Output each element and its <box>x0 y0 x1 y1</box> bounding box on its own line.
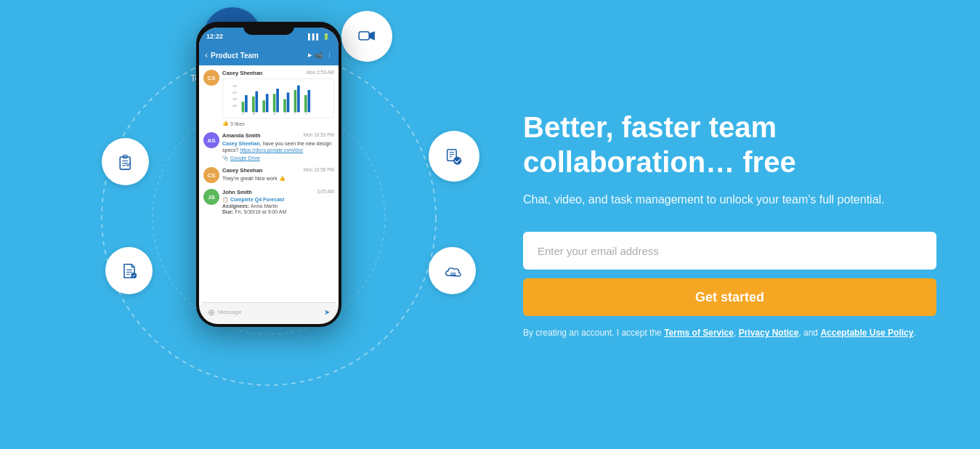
msg-text-3: They're great! Nice work 👍 <box>222 175 334 182</box>
msg-header-3: Casey Sheehan Mon 10:56 PM <box>222 167 334 174</box>
mention-casey: Casey Sheehan <box>222 141 260 146</box>
avatar-casey: CS <box>203 70 219 86</box>
video-icon <box>357 26 377 46</box>
svg-rect-36 <box>276 89 279 112</box>
feature-circle-video <box>341 11 392 62</box>
svg-text:W: W <box>274 113 277 115</box>
phone-chat-header: ‹ Product Team ▶ 📹 ⋮ <box>199 45 339 65</box>
msg-sender-1: Casey Sheehan <box>222 70 262 76</box>
svg-text:700: 700 <box>232 85 237 88</box>
terms-link[interactable]: Terms of Service <box>664 328 734 338</box>
legal-sep1: , <box>734 328 739 338</box>
message-bubble-1: Casey Sheehan Mon 2:59 AM 700 600 500 40… <box>222 70 334 126</box>
svg-text:M: M <box>253 113 255 115</box>
clipboard-icon <box>116 152 136 172</box>
svg-rect-31 <box>252 97 255 113</box>
doc-icon <box>119 261 139 281</box>
msg-text-2: Casey Sheehan, have you seen the new des… <box>222 140 334 153</box>
svg-text:T: T <box>284 113 286 115</box>
msg-time-3: Mon 10:56 PM <box>304 167 334 174</box>
svg-rect-35 <box>273 94 276 112</box>
feature-circle-clipboard <box>102 138 149 185</box>
svg-rect-30 <box>245 95 248 112</box>
msg-time-2: Mon 10:53 PM <box>304 132 334 139</box>
doc-link: https://docs.google.com/doc <box>240 147 303 153</box>
phone-chat-area: CS Casey Sheehan Mon 2:59 AM 700 600 500 <box>199 65 339 305</box>
svg-text:F: F <box>295 113 297 115</box>
svg-text:500: 500 <box>232 98 237 101</box>
task-icon: 📋 <box>222 197 229 202</box>
svg-rect-41 <box>304 95 307 112</box>
feature-circle-tasks <box>429 131 479 182</box>
legal-text: By creating an account, I accept the Ter… <box>523 326 936 339</box>
svg-rect-7 <box>359 32 369 40</box>
phone-mockup: 12:22 ▌▌▌ 🔋 ‹ Product Team ▶ 📹 ⋮ <box>196 22 341 327</box>
likes-row: 👍 3 likes <box>222 121 334 126</box>
get-started-button[interactable]: Get started <box>523 278 936 316</box>
avatar-casey-2: CS <box>203 167 219 183</box>
message-bubble-4: John Smith 3:05 AM 📋 Complete Q4 Forecas… <box>222 189 334 214</box>
more-icon: ⋮ <box>326 52 333 59</box>
phone-notch <box>243 22 294 35</box>
subheadline: Chat, video, and task management to unlo… <box>523 191 936 209</box>
svg-text:T: T <box>263 113 265 115</box>
msg-header-2: Amanda Smith Mon 10:53 PM <box>222 132 334 139</box>
task-due: Due: Fri, 9/30/18 at 9:00 AM <box>222 209 334 214</box>
bar-chart: 700 600 500 400 <box>226 82 331 115</box>
chart-message: 700 600 500 400 <box>222 78 334 118</box>
svg-point-24 <box>131 272 137 278</box>
svg-text:S: S <box>243 113 245 115</box>
phone-header-icons: 📹 ⋮ <box>315 52 333 59</box>
left-section: Team chat <box>0 0 479 449</box>
chat-message-1: CS Casey Sheehan Mon 2:59 AM 700 600 500 <box>203 70 334 126</box>
msg-sender-2: Amanda Smith <box>222 132 261 139</box>
avatar-john: JS <box>203 189 219 205</box>
right-section: Better, faster team collaboration… free … <box>479 81 980 368</box>
email-input[interactable] <box>523 232 936 270</box>
msg-header-1: Casey Sheehan Mon 2:59 AM <box>222 70 334 76</box>
svg-rect-33 <box>262 100 265 112</box>
msg-sender-4: John Smith <box>222 189 252 195</box>
svg-text:600: 600 <box>232 92 237 94</box>
video-call-icon: 📹 <box>315 52 323 59</box>
svg-rect-29 <box>242 102 245 112</box>
svg-rect-34 <box>266 94 269 112</box>
send-icon: ➤ <box>324 308 330 316</box>
task-link: Complete Q4 Forecast <box>230 197 284 202</box>
avatar-amanda: AS <box>203 132 219 148</box>
svg-point-10 <box>453 157 461 165</box>
aup-link[interactable]: Acceptable Use Policy <box>820 328 913 338</box>
back-arrow-icon: ‹ <box>205 50 208 60</box>
msg-sender-3: Casey Sheehan <box>222 167 262 174</box>
phone-status-icons: ▌▌▌ 🔋 <box>308 33 330 40</box>
privacy-link[interactable]: Privacy Notice <box>739 328 799 338</box>
svg-rect-32 <box>256 92 259 113</box>
task-message: 📋 Complete Q4 Forecast <box>222 197 334 203</box>
feature-circle-notes <box>429 247 476 294</box>
headline: Better, faster team collaboration… free <box>523 110 936 179</box>
message-bubble-2: Amanda Smith Mon 10:53 PM Casey Sheehan,… <box>222 132 334 161</box>
svg-text:S: S <box>305 113 307 115</box>
msg-time-1: Mon 2:59 AM <box>307 70 334 76</box>
notes-icon <box>442 261 463 281</box>
svg-rect-38 <box>287 92 290 112</box>
svg-marker-8 <box>369 31 375 40</box>
message-input-placeholder: Message <box>218 309 321 315</box>
battery-icon: 🔋 <box>323 33 330 40</box>
chat-name: Product Team <box>211 52 305 60</box>
signal-icon: ▌▌▌ <box>308 33 320 40</box>
phone-screen: 12:22 ▌▌▌ 🔋 ‹ Product Team ▶ 📹 ⋮ <box>199 28 339 324</box>
paperclip-icon: 📎 <box>222 155 229 161</box>
legal-suffix: . <box>913 328 915 338</box>
msg-header-4: John Smith 3:05 AM <box>222 189 334 195</box>
svg-rect-42 <box>308 90 311 113</box>
feature-circle-doc <box>105 247 153 294</box>
thumbs-up-icon: 👍 <box>222 121 229 126</box>
message-bubble-3: Casey Sheehan Mon 10:56 PM They're great… <box>222 167 334 183</box>
chat-message-4: JS John Smith 3:05 AM 📋 Complete Q4 Fore… <box>203 189 334 214</box>
legal-prefix: By creating an account, I accept the <box>523 328 664 338</box>
drive-link: 📎 Google Drive <box>222 155 334 161</box>
phone-input-bar: ⊕ Message ➤ <box>202 302 336 321</box>
phone-time: 12:22 <box>206 33 223 40</box>
pointer-icon: ▶ <box>308 52 312 58</box>
